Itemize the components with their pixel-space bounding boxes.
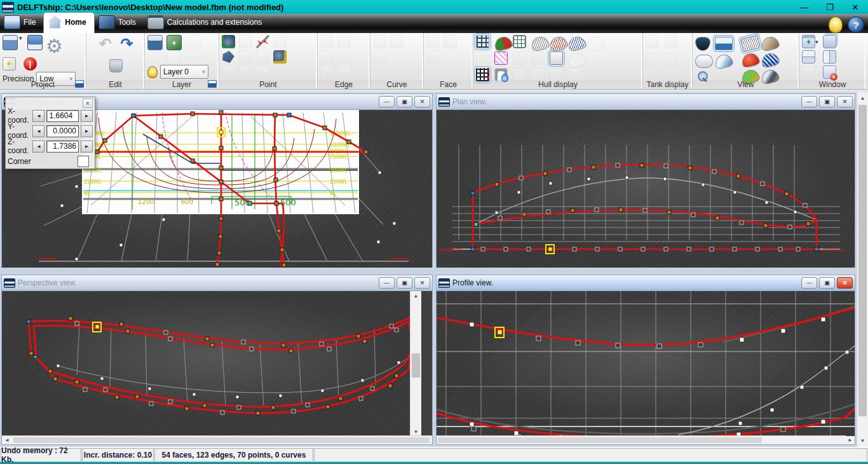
- scroll-left-icon[interactable]: ◄: [2, 436, 12, 444]
- cascade-windows-icon[interactable]: [823, 35, 836, 48]
- bodyplan-close-button[interactable]: ✕: [414, 96, 430, 107]
- y-increase-button[interactable]: ►: [81, 125, 93, 137]
- x-coord-input[interactable]: 1.6604: [46, 110, 79, 122]
- bodyplan-view-icon[interactable]: [695, 37, 710, 51]
- show-waterlines-icon[interactable]: [567, 35, 587, 52]
- show-grid-icon[interactable]: [513, 35, 526, 48]
- status-incr-distance: Incr. distance: 0.10: [82, 448, 154, 462]
- add-layer-icon[interactable]: [166, 35, 182, 50]
- tab-calculations[interactable]: Calculations and extensions: [144, 14, 269, 33]
- perspective-drawing: [2, 291, 421, 437]
- plan-close-button[interactable]: ✕: [837, 96, 853, 107]
- perspective-vscrollbar[interactable]: ▲ ▼: [410, 291, 421, 437]
- profile-minimize-button[interactable]: —: [801, 277, 817, 289]
- perspective-hscrollbar[interactable]: ◄: [2, 435, 432, 444]
- scroll-down-icon[interactable]: ▼: [857, 436, 868, 446]
- hscroll-thumb[interactable]: [13, 437, 430, 443]
- plan-view-icon[interactable]: [695, 55, 713, 68]
- exit-power-icon[interactable]: [24, 57, 37, 71]
- z-coord-input[interactable]: 1.7386: [46, 140, 79, 153]
- scroll-up-icon[interactable]: ▲: [857, 93, 868, 103]
- show-stations-icon[interactable]: [530, 35, 550, 52]
- hscroll-thumb[interactable]: [438, 437, 762, 443]
- close-all-windows-icon[interactable]: [823, 65, 836, 79]
- curvature-drop-icon[interactable]: [494, 68, 508, 81]
- tip-lightbulb-icon[interactable]: [829, 17, 843, 33]
- profile-restore-button[interactable]: ▣: [819, 277, 835, 289]
- perspective-minimize-button[interactable]: —: [379, 277, 395, 289]
- bodyplan-minimize-button[interactable]: —: [379, 96, 395, 107]
- show-control-net-icon[interactable]: [476, 35, 489, 48]
- new-model-icon[interactable]: [3, 57, 16, 71]
- new-window-dropdown-icon[interactable]: ▾: [815, 39, 818, 45]
- group-project-label: Project: [0, 80, 86, 89]
- x-decrease-button[interactable]: ◄: [32, 110, 44, 122]
- print-dropdown-icon[interactable]: ▾: [19, 35, 22, 41]
- settings-gear-icon[interactable]: [44, 35, 65, 57]
- bodyplan-restore-button[interactable]: ▣: [397, 96, 412, 107]
- perspective-close-button[interactable]: ✕: [414, 277, 430, 289]
- vscroll-thumb[interactable]: [858, 105, 867, 416]
- tile-horizontal-icon[interactable]: [802, 50, 815, 64]
- scroll-up-icon[interactable]: ▲: [410, 291, 421, 301]
- save-button[interactable]: [27, 35, 43, 50]
- profile-titlebar[interactable]: Profile view. — ▣ ✕: [437, 275, 855, 291]
- vscroll-thumb[interactable]: [412, 353, 420, 378]
- z-increase-button[interactable]: ►: [81, 140, 93, 153]
- tab-tools[interactable]: Tools: [95, 14, 144, 33]
- group-tank-display-label: Tank display: [643, 80, 692, 89]
- restore-button[interactable]: ❐: [817, 0, 843, 14]
- show-both-sides-icon[interactable]: [493, 35, 513, 52]
- layer-dialog-launcher[interactable]: [208, 80, 217, 88]
- profile-close-button[interactable]: ✕: [837, 277, 853, 289]
- y-decrease-button[interactable]: ◄: [32, 125, 44, 137]
- profile-view-icon[interactable]: [715, 37, 733, 50]
- show-buttocks-icon[interactable]: [548, 35, 569, 52]
- group-edit: Edit: [86, 33, 145, 89]
- remove-point-icon[interactable]: [256, 35, 269, 48]
- plan-restore-button[interactable]: ▣: [819, 96, 835, 107]
- profile-hscrollbar[interactable]: [437, 435, 846, 444]
- help-button[interactable]: ?: [848, 17, 864, 33]
- shaded-mode-icon[interactable]: [760, 35, 780, 52]
- minimize-button[interactable]: —: [792, 0, 817, 14]
- tab-calculations-label: Calculations and extensions: [167, 18, 262, 27]
- delete-trash-icon[interactable]: [109, 59, 123, 72]
- plan-canvas[interactable]: Centerline Centerline: [437, 110, 855, 268]
- show-interior-edges-icon[interactable]: [476, 68, 489, 81]
- tab-home[interactable]: Home: [43, 12, 94, 33]
- fair-curve-icon: [390, 35, 403, 48]
- redo-icon[interactable]: [119, 36, 135, 51]
- perspective-restore-button[interactable]: ▣: [397, 277, 412, 289]
- profile-canvas[interactable]: [437, 291, 855, 437]
- scroll-right-icon[interactable]: ►: [846, 436, 855, 444]
- workspace-vscrollbar[interactable]: ▲ ▼: [857, 92, 868, 447]
- plan-titlebar[interactable]: Plan view. — ▣ ✕: [437, 94, 855, 110]
- x-increase-button[interactable]: ►: [81, 110, 93, 122]
- tab-file[interactable]: File: [0, 14, 43, 33]
- print-button[interactable]: [3, 35, 18, 50]
- active-layer-select[interactable]: Layer 0 ˅: [160, 65, 208, 79]
- y-coord-input[interactable]: 0.0000: [46, 125, 79, 137]
- project-dialog-launcher[interactable]: [75, 80, 84, 88]
- perspective-titlebar[interactable]: Perspective view. — ▣ ✕: [2, 275, 432, 291]
- tile-vertical-icon[interactable]: [823, 50, 836, 64]
- lock-point-icon[interactable]: [273, 50, 287, 64]
- plan-minimize-button[interactable]: —: [801, 96, 817, 107]
- add-point-icon[interactable]: [222, 35, 235, 48]
- wireframe-mode-icon[interactable]: [740, 35, 761, 52]
- close-button[interactable]: ✕: [843, 0, 868, 14]
- layer-visible-lightbulb-icon[interactable]: [147, 66, 158, 78]
- new-window-icon[interactable]: [802, 35, 815, 48]
- show-markers-icon[interactable]: [494, 51, 508, 65]
- panel-close-button[interactable]: ✕: [83, 99, 93, 108]
- perspective-view-icon[interactable]: [714, 53, 734, 70]
- z-decrease-button[interactable]: ◄: [32, 140, 44, 153]
- corner-checkbox[interactable]: [78, 156, 89, 167]
- intersect-plane-icon[interactable]: [222, 50, 235, 64]
- hydrostatic-features-icon[interactable]: [550, 51, 563, 65]
- gauss-curvature-icon[interactable]: [740, 51, 761, 69]
- perspective-canvas[interactable]: ▲ ▼: [2, 291, 421, 437]
- layer-window-icon[interactable]: [147, 35, 163, 50]
- zebra-shading-icon[interactable]: [760, 51, 780, 69]
